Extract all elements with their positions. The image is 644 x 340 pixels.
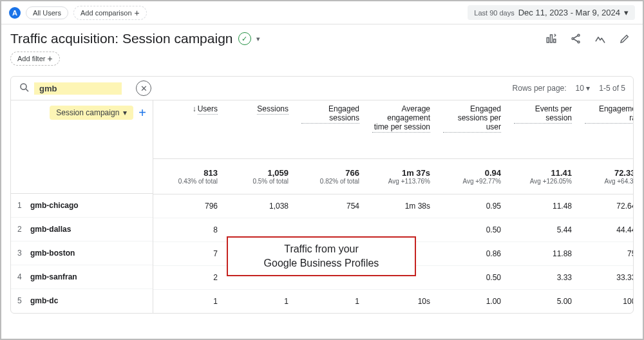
rows-per-page-select[interactable]: 10 ▾ bbox=[576, 84, 591, 93]
segment-badge: A bbox=[9, 7, 21, 19]
data-cell: 100% bbox=[578, 297, 633, 306]
data-cell: 0.50 bbox=[437, 273, 507, 282]
total-cell: 1m 37sAvg +113.76% bbox=[366, 159, 437, 194]
report-table: gmb ✕ Rows per page: 10 ▾ 1-5 of 5 Sessi… bbox=[10, 76, 634, 314]
edit-icon[interactable] bbox=[616, 30, 634, 48]
column-header[interactable]: Engaged sessions per user bbox=[437, 100, 507, 158]
data-cell: 72.64% bbox=[578, 202, 633, 211]
data-cell: 1,038 bbox=[224, 202, 295, 211]
chevron-down-icon[interactable]: ▾ bbox=[256, 35, 260, 43]
column-header[interactable]: Average engagement time per session bbox=[366, 100, 437, 158]
table-row[interactable]: 3gmb-boston bbox=[11, 241, 153, 265]
data-cell: 0.86 bbox=[437, 249, 507, 258]
data-cell: 7 bbox=[153, 249, 224, 258]
column-header[interactable]: Sessions bbox=[224, 100, 295, 158]
add-filter-label: Add filter bbox=[17, 55, 45, 62]
date-range-selector[interactable]: Last 90 days Dec 11, 2023 - Mar 9, 2024 … bbox=[468, 5, 635, 20]
total-cell: 8130.43% of total bbox=[153, 159, 224, 194]
svg-rect-2 bbox=[554, 39, 556, 42]
rows-per-page-label: Rows per page: bbox=[513, 84, 567, 93]
svg-point-5 bbox=[578, 41, 580, 43]
data-cell: 1 bbox=[295, 297, 366, 306]
data-cell: 8 bbox=[153, 225, 224, 234]
svg-point-6 bbox=[21, 84, 26, 90]
data-cell: 754 bbox=[295, 202, 366, 211]
total-cell: 1,0590.5% of total bbox=[224, 159, 295, 194]
table-row[interactable]: 4gmb-sanfran bbox=[11, 265, 153, 289]
data-cell: 796 bbox=[153, 202, 224, 211]
data-cell: 5.44 bbox=[507, 225, 578, 234]
table-row[interactable]: 1gmb-chicago bbox=[11, 194, 153, 218]
data-cell: 10s bbox=[366, 297, 437, 306]
data-cell: 1.00 bbox=[437, 297, 507, 306]
data-cell: 33.33% bbox=[578, 273, 633, 282]
chevron-down-icon: ▾ bbox=[123, 108, 127, 117]
total-cell: 72.33%Avg +64.38% bbox=[578, 159, 633, 194]
search-input[interactable]: gmb bbox=[34, 82, 122, 95]
data-cell: 3.33 bbox=[507, 273, 578, 282]
check-icon: ✓ bbox=[238, 32, 251, 45]
table-row: 7961,0387541m 38s0.9511.4872.64% bbox=[153, 194, 633, 218]
dimension-selector[interactable]: Session campaign ▾ bbox=[50, 106, 133, 120]
page-title: Traffic acquisition: Session campaign bbox=[10, 31, 233, 46]
data-cell: 11.88 bbox=[507, 249, 578, 258]
data-cell: 44.44% bbox=[578, 225, 633, 234]
add-filter-button[interactable]: Add filter + bbox=[10, 52, 60, 66]
column-header[interactable]: ↓Users bbox=[153, 100, 224, 158]
data-cell: 2 bbox=[153, 273, 224, 282]
column-header[interactable]: Engaged sessions bbox=[295, 100, 366, 158]
svg-rect-0 bbox=[547, 38, 549, 43]
column-header[interactable]: Engagement rate bbox=[578, 100, 633, 158]
total-cell: 11.41Avg +126.05% bbox=[507, 159, 578, 194]
table-row[interactable]: 5gmb-dc bbox=[11, 289, 153, 312]
data-cell: 5.00 bbox=[507, 297, 578, 306]
date-label: Last 90 days bbox=[474, 9, 514, 17]
svg-point-3 bbox=[578, 34, 580, 36]
plus-icon: + bbox=[135, 8, 140, 17]
add-dimension-button[interactable]: + bbox=[138, 106, 146, 120]
page-range: 1-5 of 5 bbox=[599, 84, 625, 93]
column-header[interactable]: Events per session bbox=[507, 100, 578, 158]
add-comparison-label: Add comparison bbox=[80, 9, 132, 17]
data-cell: 1m 38s bbox=[366, 202, 437, 211]
svg-rect-1 bbox=[551, 35, 553, 42]
data-cell: 1 bbox=[153, 297, 224, 306]
dimension-label: Session campaign bbox=[56, 108, 119, 117]
data-cell: 11.48 bbox=[507, 202, 578, 211]
customize-report-icon[interactable] bbox=[542, 30, 560, 48]
clear-search-icon[interactable]: ✕ bbox=[136, 80, 151, 96]
total-cell: 7660.82% of total bbox=[295, 159, 366, 194]
date-range: Dec 11, 2023 - Mar 9, 2024 bbox=[518, 8, 620, 17]
data-cell: 1 bbox=[224, 297, 295, 306]
table-row[interactable]: 2gmb-dallas bbox=[11, 218, 153, 241]
table-row: 11110s1.005.00100% bbox=[153, 290, 633, 313]
chevron-down-icon: ▾ bbox=[624, 8, 629, 17]
data-cell: 0.50 bbox=[437, 225, 507, 234]
data-cell: 75% bbox=[578, 249, 633, 258]
insights-icon[interactable] bbox=[591, 30, 609, 48]
data-cell: 0.95 bbox=[437, 202, 507, 211]
share-icon[interactable] bbox=[567, 30, 585, 48]
total-cell: 0.94Avg +92.77% bbox=[437, 159, 507, 194]
annotation-callout: Traffic from yourGoogle Business Profile… bbox=[227, 236, 416, 276]
segment-chip[interactable]: All Users bbox=[26, 6, 68, 19]
search-icon bbox=[19, 82, 30, 95]
plus-icon: + bbox=[47, 54, 52, 63]
add-comparison-button[interactable]: Add comparison + bbox=[73, 6, 147, 20]
svg-point-4 bbox=[572, 38, 574, 40]
